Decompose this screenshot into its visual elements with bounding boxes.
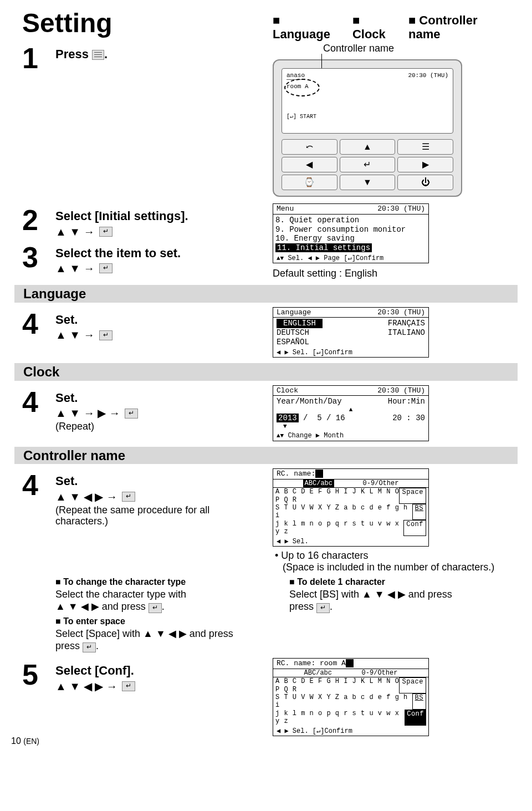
- step-number-2: 2: [22, 206, 55, 234]
- step1-text: Press: [55, 47, 89, 61]
- clock-year-selected: 2013: [277, 414, 299, 422]
- step4a-arrows: ▲ ▼ →: [55, 329, 95, 341]
- page-footer: 10 (EN): [11, 736, 39, 746]
- menu-item-10: 10. Energy saving: [275, 234, 426, 243]
- device-button-grid: ⤺ ▲ ☰ ◀ ↵ ▶ ⌚ ▼ ⏻: [282, 139, 453, 190]
- step3-arrows: ▲ ▼ →: [55, 262, 95, 275]
- clock-screen: Clock 20:30 (THU) Year/Month/DayHour:Min…: [273, 385, 429, 441]
- step4b-text: Set.: [55, 387, 138, 405]
- device-time: 20:30 (THU): [408, 72, 448, 80]
- clock-month: 5: [317, 414, 321, 422]
- change-type-body1: Select the character type with: [55, 589, 276, 600]
- step2-text: Select [Initial settings].: [55, 206, 188, 223]
- controller-name-label: Controller name: [273, 43, 444, 54]
- menu-screen: Menu 20:30 (THU) 8. Quiet operation 9. P…: [273, 203, 429, 263]
- name1-conf-btn: Conf: [403, 520, 426, 536]
- enter-icon: ↵: [83, 642, 96, 652]
- lang-spanish: ESPAÑOL: [277, 338, 309, 347]
- square-icon: ■: [55, 616, 61, 626]
- enter-icon: ↵: [125, 409, 138, 419]
- feature-row: ■Language ■Clock ■Controller name: [273, 13, 510, 42]
- device-right-btn[interactable]: ▶: [397, 157, 453, 172]
- delete-char-heading: To delete 1 character: [297, 577, 385, 586]
- lang-time: 20:30 (THU): [377, 308, 425, 317]
- name1-tab-abc: ABC/abc: [303, 480, 334, 487]
- device-up-btn[interactable]: ▲: [340, 139, 396, 155]
- section-controller-name: Controller name: [14, 447, 518, 465]
- name2-tab-num: 0-9/Other: [362, 669, 398, 677]
- name1-row2: S T U V W X Y Z a b c d e f g h i: [275, 504, 412, 520]
- device-menu-btn[interactable]: ☰: [397, 139, 453, 155]
- step5-text: Select [Conf].: [55, 660, 135, 677]
- step-number-4c: 4: [22, 471, 55, 499]
- step-number-4a: 4: [22, 309, 55, 338]
- lang-german: DEUTSCH: [277, 328, 309, 338]
- name2-row3: j k l m n o p q r s t u v w x y z: [275, 710, 405, 726]
- step4c-text: Set.: [55, 471, 259, 488]
- change-type-body2: ▲ ▼ ◀ ▶ and press: [55, 601, 146, 612]
- enter-icon: ↵: [99, 263, 112, 273]
- cursor-icon: [346, 659, 354, 667]
- menu-item-11-selected: 11. Initial settings: [275, 243, 372, 252]
- list-icon: [92, 50, 104, 60]
- menu-item-8: 8. Quiet operation: [275, 216, 426, 225]
- name2-conf-btn-selected: Conf: [405, 710, 426, 726]
- step4b-repeat: (Repeat): [55, 421, 138, 432]
- menu-footer: Sel. ◀ ▶ Page [↵]Confirm: [288, 254, 383, 262]
- step3-text: Select the item to set.: [55, 243, 181, 260]
- language-screen: Language 20:30 (THU) ENGLISHFRANÇAIS DEU…: [273, 307, 429, 358]
- lang-italian: ITALIANO: [388, 328, 425, 338]
- feature-language: Language: [273, 27, 330, 41]
- menu-title: Menu: [277, 205, 294, 213]
- clock-footer: Change ▶ Month: [288, 432, 344, 440]
- enter-icon: ↵: [149, 603, 162, 613]
- step5-arrows: ▲ ▼ ◀ ▶ →: [55, 680, 117, 693]
- step-number-5: 5: [22, 660, 55, 689]
- name2-title: RC. name: room A: [277, 659, 346, 667]
- step2-arrows: ▲ ▼ →: [55, 226, 95, 238]
- clock-day: 16: [336, 414, 345, 422]
- enter-icon: ↵: [122, 492, 135, 502]
- step4c-arrows: ▲ ▼ ◀ ▶ →: [55, 491, 117, 503]
- feature-clock: Clock: [352, 27, 386, 41]
- menu-time: 20:30 (THU): [377, 205, 425, 213]
- device-left-btn[interactable]: ◀: [282, 157, 337, 172]
- name2-footer: ◀ ▶ Sel. [↵]Confirm: [273, 727, 428, 736]
- section-clock: Clock: [14, 363, 518, 381]
- page-title: Setting: [22, 8, 193, 38]
- name2-bs-btn: BS: [412, 693, 426, 710]
- name2-row2: S T U V W X Y Z a b c d e f g h i: [275, 693, 412, 710]
- clock-ymd-label: Year/Month/Day: [277, 397, 342, 406]
- device-enter-btn[interactable]: ↵: [340, 157, 396, 172]
- lang-footer: ◀ ▶ Sel. [↵]Confirm: [273, 348, 428, 357]
- name-screen-1: RC. name: ABC/abc0-9/Other A B C D E F G…: [273, 468, 429, 547]
- lang-french: FRANÇAIS: [388, 319, 425, 328]
- device-timer-btn[interactable]: ⌚: [282, 175, 337, 190]
- feature-controller-name: Controller name: [408, 13, 477, 41]
- clock-hour: 20: [392, 414, 402, 422]
- name2-space-btn: Space: [399, 677, 426, 693]
- name1-title: RC. name:: [277, 470, 315, 478]
- lang-title: Language: [277, 308, 311, 317]
- device-down-btn[interactable]: ▼: [340, 175, 396, 190]
- name2-tab-abc: ABC/abc: [304, 669, 332, 677]
- lang-english-selected: ENGLISH: [277, 319, 323, 328]
- name1-tab-num: 0-9/Other: [363, 480, 399, 487]
- menu-item-9: 9. Power consumption monitor: [275, 225, 426, 234]
- change-type-heading: To change the character type: [63, 577, 186, 586]
- device-back-btn[interactable]: ⤺: [282, 139, 337, 155]
- page-number: 10: [11, 736, 21, 746]
- name1-row3: j k l m n o p q r s t u v w x y z: [275, 520, 403, 536]
- device-power-btn[interactable]: ⏻: [397, 175, 453, 190]
- cursor-icon: [315, 470, 323, 478]
- name1-row1: A B C D E F G H I J K L M N O P Q R: [275, 488, 399, 504]
- step-number-1: 1: [22, 44, 55, 73]
- name2-row1: A B C D E F G H I J K L M N O P Q R: [275, 677, 399, 693]
- device-lcd: anaso 20:30 (THU) room A [↵] START: [282, 68, 453, 134]
- device-illustration: anaso 20:30 (THU) room A [↵] START ⤺ ▲ ☰…: [273, 59, 462, 197]
- enter-icon: ↵: [99, 330, 112, 340]
- clock-time: 20:30 (THU): [377, 386, 425, 395]
- name1-bs-btn: BS: [412, 504, 426, 520]
- enter-space-heading: To enter space: [63, 616, 125, 626]
- square-icon: ■: [273, 13, 280, 27]
